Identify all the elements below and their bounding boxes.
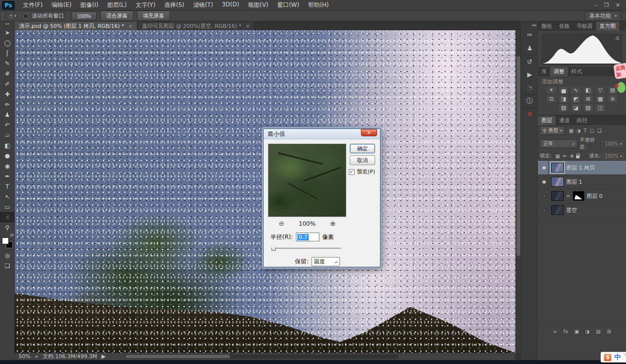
panel-tab[interactable]: 图层 [538,116,556,125]
link-layers-icon[interactable]: ∞ [553,329,557,334]
input-method-bar[interactable]: S 中 ⌒ [601,352,626,363]
menu-item[interactable]: 图层(L) [103,0,131,11]
layer-thumbnail[interactable] [551,205,564,215]
properties-panel-icon[interactable]: ◔ [521,81,538,94]
filter-type-icon[interactable]: T [584,128,587,133]
vertical-scrollbar-thumb[interactable] [516,56,520,256]
menu-item[interactable]: 视图(V) [244,0,273,11]
crop-tool[interactable]: # [0,68,15,79]
clone-source-icon[interactable]: ♟ [521,42,538,55]
opacity-select[interactable]: 100% ▾ [603,141,624,147]
menu-item[interactable]: 图像(I) [76,0,103,11]
menu-item[interactable]: 滤镜(T) [189,0,218,11]
filter-adjustment-icon[interactable]: ◑ [577,128,581,133]
blend-mode-select[interactable]: 正常 ▴▾ [540,139,578,148]
workspace-switcher[interactable]: 基本功能 ▾ [585,11,621,21]
swap-colors-icon[interactable]: ⇄ [10,233,14,237]
horizontal-scrollbar[interactable] [125,354,399,359]
panel-tab[interactable]: 颜色 [538,21,556,31]
menu-item[interactable]: 窗口(W) [273,0,304,11]
menu-item[interactable]: 文件(F) [19,0,47,11]
status-arrow-icon[interactable]: ▶ [102,353,106,360]
layer-visibility-toggle[interactable]: ◉ [540,203,549,217]
layer-thumbnail[interactable] [551,163,564,172]
history-brush-tool[interactable]: ↶ [0,120,15,130]
cancel-button[interactable]: 取消 [350,155,375,165]
layer-name[interactable]: 图层 1 拷贝 [566,164,595,171]
tab-close-icon[interactable]: × [128,23,133,29]
threshold-icon[interactable]: ◪ [571,104,581,111]
histogram-warning-icon[interactable]: ⚠ [615,35,620,41]
healing-brush-tool[interactable]: ✚ [0,89,15,99]
brightness-contrast-icon[interactable]: ☀ [547,86,556,94]
layer-mask-thumbnail[interactable] [573,191,584,201]
dodge-tool[interactable]: ◉ [0,161,15,171]
layer-name[interactable]: 图层 0 [587,193,603,200]
panel-tab[interactable]: 样式 [568,67,585,76]
black-white-icon[interactable]: ◨ [559,95,568,103]
ok-button[interactable]: 确定 [350,144,375,153]
gradient-tool[interactable]: ◧ [0,140,15,150]
close-icon[interactable]: ✕ [616,2,620,8]
layer-visibility-toggle[interactable]: ◉ [540,175,549,189]
layer-mask-icon[interactable]: ▣ [574,329,579,334]
zoom-out-icon[interactable]: ⊖ [279,220,284,227]
lock-all-icon[interactable] [576,155,580,158]
hue-saturation-icon[interactable]: ▤ [608,86,617,94]
export-icon[interactable]: » [35,353,38,360]
layer-thumbnail[interactable] [551,191,564,201]
panel-tab[interactable]: 直方图 [596,21,619,31]
hand-tool[interactable]: ☝ [0,212,15,222]
scroll-all-windows-checkbox[interactable] [23,14,28,19]
color-lookup-icon[interactable]: ▩ [596,95,605,103]
minimize-icon[interactable]: – [594,2,597,8]
filter-smart-icon[interactable]: ❏ [597,128,602,133]
layer-row[interactable]: ◉ ∞ 图层 0 [538,189,626,203]
selective-color-icon[interactable]: ◫ [596,104,605,111]
menu-item[interactable]: 3D(D) [218,0,244,11]
preserve-select[interactable]: 圆度 ▴▾ [312,257,340,266]
layer-name[interactable]: 图层 1 [566,178,582,186]
exposure-icon[interactable]: ◧ [583,86,593,94]
actual-pixels-button[interactable]: 100% [71,12,97,21]
panel-tab[interactable]: 通道 [556,116,573,125]
document-tab[interactable]: 演示.psd @ 50% (图层 1 拷贝, RGB/16) * × [15,21,137,30]
fit-screen-button[interactable]: 适合屏幕 [100,11,134,21]
screen-mode-toggle[interactable]: ❏ [0,260,15,271]
radius-input[interactable]: 0.7 [296,233,319,241]
filter-shape-icon[interactable]: ▢ [590,128,594,133]
path-selection-tool[interactable]: ↖ [0,192,15,202]
pen-tool[interactable]: ✒ [0,171,15,181]
lock-position-icon[interactable]: ✜ [570,153,574,159]
fill-select[interactable]: 100% ▾ [603,153,624,159]
color-balance-icon[interactable]: ⚖ [547,95,556,103]
ime-extra-icon[interactable]: ⌒ [624,353,626,362]
lock-transparent-icon[interactable]: ▦ [555,153,559,159]
lock-paint-icon[interactable]: ✏ [563,153,567,159]
ime-mode-indicator[interactable]: 中 [614,353,621,362]
layer-thumbnail[interactable] [551,177,564,187]
panel-tab[interactable]: 调整 [550,67,568,76]
layer-row[interactable]: ◉ ∞ 星空 [538,203,626,217]
tool-preset-picker[interactable]: ☝ ▾ [9,12,16,20]
quick-mask-toggle[interactable]: ◎ [0,250,15,260]
preview-checkbox[interactable]: ✓ [349,169,355,175]
info-panel-icon[interactable]: ⓘ [521,94,538,107]
eraser-tool[interactable]: ▱ [0,130,15,140]
blur-tool[interactable]: ● [0,150,15,161]
menu-item[interactable]: 选择(S) [160,0,189,11]
layer-visibility-toggle[interactable]: ◉ [540,189,549,203]
menu-item[interactable]: 文字(Y) [131,0,160,11]
lasso-tool[interactable]: ʃ [0,48,15,58]
dialog-close-button[interactable]: ✕ [361,129,377,136]
layer-style-icon[interactable]: fx [563,329,568,334]
menu-item[interactable]: 帮助(H) [304,0,333,11]
clone-stamp-tool[interactable]: ♟ [0,109,15,120]
layer-visibility-toggle[interactable]: ◉ [540,161,549,174]
layer-name[interactable]: 星空 [566,207,577,214]
eyedropper-tool[interactable]: ✐ [0,79,15,89]
move-tool[interactable]: ➤ [0,27,15,38]
brush-settings-icon[interactable]: ✑ [521,28,538,42]
filter-pixel-icon[interactable]: ▦ [569,128,573,133]
slider-thumb[interactable] [271,246,276,251]
